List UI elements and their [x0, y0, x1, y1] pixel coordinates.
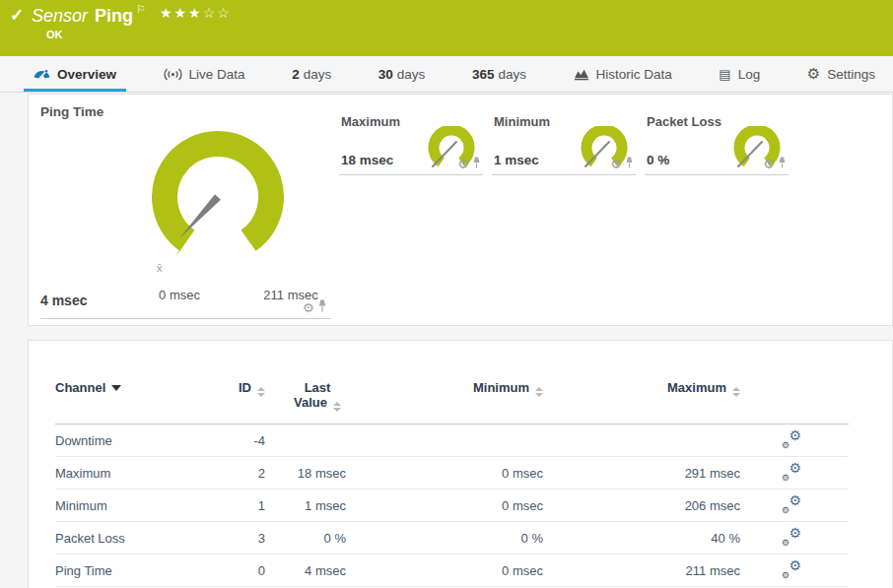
mini-gauge-minimum: Minimum 1 msec ⚙	[492, 110, 636, 175]
table-row-packet-loss: Packet Loss 3 0 % 0 % 40 % ⚙⚙	[55, 522, 849, 555]
table-row-ping-time: Ping Time 0 4 msec 0 msec 211 msec ⚙⚙	[55, 555, 849, 587]
column-header-channel[interactable]: Channel	[55, 366, 228, 425]
tab-label: Settings	[827, 67, 875, 82]
channel-table: Channel ID Last Value Minimum Maximum Do…	[55, 366, 849, 587]
log-icon: ▤	[719, 67, 730, 82]
sensor-label: Sensor	[32, 6, 88, 26]
maximum-value: 206 msec	[543, 490, 740, 522]
last-value: 0 %	[265, 522, 346, 555]
table-row-downtime: Downtime -4 ⚙⚙	[55, 425, 849, 457]
minimum-value: 0 msec	[346, 490, 543, 522]
last-value: 4 msec	[265, 555, 346, 587]
minimum-value: 0 %	[346, 522, 543, 555]
tab-label: Overview	[57, 67, 116, 82]
gear-icon[interactable]: ⚙	[457, 157, 469, 171]
page-title: SensorPing⚐	[32, 3, 146, 27]
tab-overview[interactable]: Overview	[24, 56, 126, 92]
last-value: 1 msec	[265, 490, 346, 522]
maximum-value: 40 %	[543, 522, 740, 555]
sort-icon[interactable]	[732, 387, 740, 397]
gear-icon[interactable]: ⚙	[763, 157, 775, 171]
maximum-value: 211 msec	[543, 555, 740, 587]
table-row-maximum: Maximum 2 18 msec 0 msec 291 msec ⚙⚙	[55, 457, 849, 490]
minimum-value: 1 msec	[494, 153, 539, 167]
mini-gauge-maximum: Maximum 18 msec ⚙	[339, 110, 483, 175]
pin-icon[interactable]	[472, 155, 481, 172]
channel-name: Packet Loss	[55, 522, 228, 555]
ping-time-gauge	[139, 120, 297, 270]
gauge-icon	[34, 67, 50, 81]
maximum-value: 291 msec	[543, 457, 740, 490]
channel-id: 3	[228, 522, 265, 555]
mini-gauge-packet-loss: Packet Loss 0 % ⚙	[645, 110, 789, 175]
sensor-header: ✓ SensorPing⚐ ★★★☆☆ OK	[0, 0, 893, 56]
channel-settings-icon[interactable]: ⚙⚙	[782, 463, 801, 480]
mini-gauge-title: Packet Loss	[647, 114, 721, 129]
channel-settings-icon[interactable]: ⚙⚙	[782, 430, 801, 447]
sort-icon[interactable]	[257, 387, 265, 397]
pin-icon[interactable]	[625, 155, 634, 172]
gear-icon: ⚙	[807, 65, 820, 83]
column-header-minimum[interactable]: Minimum	[346, 366, 543, 425]
column-header-id[interactable]: ID	[228, 366, 265, 425]
gauge-widget-actions: ⚙	[763, 155, 787, 172]
area-chart-icon	[574, 68, 589, 81]
mini-gauge-title: Minimum	[494, 114, 550, 129]
channel-settings-icon[interactable]: ⚙⚙	[782, 528, 801, 545]
tab-30-days[interactable]: 30days	[369, 56, 436, 92]
packet-loss-value: 0 %	[647, 153, 669, 167]
sort-icon[interactable]	[535, 387, 543, 397]
channel-id: 0	[228, 555, 265, 587]
sort-icon[interactable]	[333, 402, 341, 412]
gauge-widget-actions: ⚙	[610, 155, 634, 172]
channel-name: Maximum	[55, 457, 228, 490]
tab-label: Log	[738, 67, 761, 82]
table-header-row: Channel ID Last Value Minimum Maximum	[55, 366, 849, 425]
channel-name: Downtime	[55, 425, 228, 457]
channel-settings-icon[interactable]: ⚙⚙	[782, 495, 801, 512]
last-value: 18 msec	[265, 457, 346, 490]
gauge-min-label: 0 msec	[145, 288, 214, 302]
overview-gauges-panel: Ping Time x̄ 0 msec 211 msec 4 msec ⚙ Ma…	[28, 94, 893, 326]
tab-log[interactable]: ▤ Log	[709, 56, 770, 92]
broadcast-icon	[164, 68, 182, 81]
flag-icon[interactable]: ⚐	[136, 3, 146, 15]
minimum-value: 0 msec	[346, 457, 543, 490]
column-header-last-value[interactable]: Last Value	[265, 366, 346, 425]
gear-icon[interactable]: ⚙	[303, 300, 314, 315]
channel-settings-icon[interactable]: ⚙⚙	[782, 560, 801, 577]
tab-settings[interactable]: ⚙ Settings	[797, 56, 885, 92]
minimum-value: 0 msec	[346, 555, 543, 587]
divider	[40, 318, 331, 319]
priority-stars[interactable]: ★★★☆☆	[160, 5, 232, 21]
ping-time-value: 4 msec	[40, 293, 87, 308]
tab-live-data[interactable]: Live Data	[154, 56, 255, 92]
tab-historic-data[interactable]: Historic Data	[564, 56, 682, 92]
channel-id: 2	[228, 457, 265, 490]
tab-label: Historic Data	[596, 67, 672, 82]
tab-number: 30	[378, 67, 393, 82]
column-header-maximum[interactable]: Maximum	[543, 366, 740, 425]
status-badge: OK	[46, 29, 63, 40]
channel-id: 1	[228, 490, 265, 522]
mini-gauge-title: Maximum	[341, 114, 400, 129]
pin-icon[interactable]	[778, 155, 787, 172]
sort-desc-icon[interactable]	[111, 385, 121, 391]
tab-label: days	[304, 67, 332, 82]
last-value	[265, 425, 346, 457]
channel-table-panel: Channel ID Last Value Minimum Maximum Do…	[28, 340, 893, 588]
tab-label: Live Data	[189, 67, 245, 82]
tab-number: 2	[292, 67, 300, 82]
sensor-name: Ping	[95, 6, 133, 26]
channel-id: -4	[228, 425, 265, 457]
pin-icon[interactable]	[317, 298, 327, 316]
status-check-icon: ✓	[10, 5, 24, 26]
maximum-value	[543, 425, 740, 457]
tab-365-days[interactable]: 365days	[462, 56, 536, 92]
table-row-minimum: Minimum 1 1 msec 0 msec 206 msec ⚙⚙	[55, 490, 849, 522]
gear-icon[interactable]: ⚙	[610, 157, 622, 171]
tab-2-days[interactable]: 2days	[282, 56, 341, 92]
tab-bar: Overview Live Data 2days 30days 365days	[0, 56, 893, 93]
column-header-actions	[740, 366, 849, 425]
tab-label: days	[498, 67, 526, 82]
